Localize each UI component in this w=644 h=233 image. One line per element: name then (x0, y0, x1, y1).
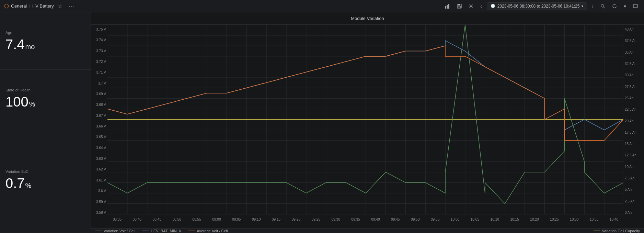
share-button[interactable]: ⋯ (67, 1, 76, 11)
svg-text:09:30: 09:30 (331, 218, 340, 221)
svg-text:09:40: 09:40 (371, 218, 380, 221)
legend-avg-volt-label: Average Volt / Cell (197, 229, 228, 233)
chart-title: Module Variation (91, 12, 644, 25)
breadcrumb-general[interactable]: General (11, 3, 27, 9)
breadcrumb-hvbattery[interactable]: HV Battery (32, 3, 54, 9)
svg-point-7 (601, 4, 604, 7)
time-range-text: 2023-05-06 08:30:08 to 2023-05-06 10:41:… (497, 4, 580, 9)
svg-text:09:35: 09:35 (351, 218, 360, 221)
svg-text:10:40: 10:40 (610, 218, 619, 221)
toolbar: ‹ 🕐 2023-05-06 08:30:08 to 2023-05-06 10… (442, 2, 640, 10)
variation-soc-panel: Variation SoC 0.7 % (0, 127, 91, 233)
svg-text:09:25: 09:25 (312, 218, 321, 221)
svg-text:09:00: 09:00 (212, 218, 221, 221)
svg-point-6 (470, 5, 472, 7)
soh-unit: % (29, 100, 35, 108)
chart-legend: Variation Volt / Cell HEV_BAT_MIN_V Aver… (91, 228, 644, 233)
soh-panel: State of Health 100 % (0, 70, 91, 127)
clock-icon: 🕐 (491, 4, 495, 8)
svg-text:10:20: 10:20 (530, 218, 539, 221)
svg-text:10:00: 10:00 (451, 218, 460, 221)
soh-value: 100 (5, 95, 28, 109)
tv-mode-button[interactable] (631, 2, 640, 10)
main-content: Age 7.4 mo State of Health 100 % Variati… (0, 12, 644, 233)
svg-rect-4 (458, 4, 460, 5)
svg-text:08:45: 08:45 (153, 218, 162, 221)
breadcrumb-area: ⬡ General / HV Battery ☆ ⋯ (4, 1, 76, 11)
y-axis-left: 3.75 V 3.74 V 3.73 V 3.72 V 3.71 V 3.7 V… (91, 25, 107, 228)
svg-rect-1 (447, 5, 448, 9)
chart-type-button[interactable] (442, 2, 452, 10)
app-logo: ⬡ (4, 3, 9, 9)
svg-text:08:50: 08:50 (172, 218, 181, 221)
settings-button[interactable] (467, 2, 475, 10)
legend-avg-volt-color (188, 231, 195, 231)
svg-text:10:25: 10:25 (550, 218, 559, 221)
svg-text:09:50: 09:50 (411, 218, 420, 221)
svg-text:09:10: 09:10 (252, 218, 261, 221)
svg-rect-0 (445, 6, 446, 9)
next-time-button[interactable]: › (590, 2, 596, 10)
chart-canvas[interactable]: 08:35 08:40 08:45 08:50 08:55 09:00 09:0… (107, 25, 623, 228)
svg-rect-2 (448, 4, 449, 9)
left-panels: Age 7.4 mo State of Health 100 % Variati… (0, 12, 91, 233)
age-panel: Age 7.4 mo (0, 12, 91, 70)
time-range-selector[interactable]: 🕐 2023-05-06 08:30:08 to 2023-05-06 10:4… (487, 2, 587, 10)
breadcrumb-sep: / (29, 3, 30, 9)
time-range-dropdown-icon: ▾ (582, 4, 583, 8)
age-value: 7.4 (5, 37, 25, 51)
svg-text:10:30: 10:30 (570, 218, 579, 221)
prev-time-button[interactable]: ‹ (478, 2, 484, 10)
svg-text:09:20: 09:20 (292, 218, 301, 221)
age-title: Age (5, 31, 85, 35)
chart-area: 3.75 V 3.74 V 3.73 V 3.72 V 3.71 V 3.7 V… (91, 25, 644, 228)
save-button[interactable] (455, 2, 464, 10)
svg-text:08:35: 08:35 (113, 218, 122, 221)
chart-svg: 08:35 08:40 08:45 08:50 08:55 09:00 09:0… (107, 25, 623, 228)
svg-line-8 (603, 7, 605, 8)
hev-bat-min-line (107, 41, 623, 130)
legend-variation-capacity-color (594, 231, 600, 231)
star-button[interactable]: ☆ (56, 2, 65, 10)
legend-hev-bat-color (142, 231, 149, 231)
legend-variation-volt: Variation Volt / Cell (95, 229, 135, 233)
soh-title: State of Health (5, 88, 85, 92)
age-unit: mo (25, 43, 35, 51)
svg-text:09:05: 09:05 (232, 218, 241, 221)
svg-text:09:55: 09:55 (431, 218, 440, 221)
svg-text:08:55: 08:55 (192, 218, 201, 221)
y-axis-right: 40 Ah 37.5 Ah 35 Ah 32.5 Ah 30 Ah 27.5 A… (623, 25, 644, 228)
svg-text:09:15: 09:15 (272, 218, 281, 221)
zoom-button[interactable] (598, 2, 607, 10)
legend-variation-capacity-label: Variation Cell Capacity (602, 229, 640, 233)
chart-panel: Module Variation 3.75 V 3.74 V 3.73 V 3.… (91, 12, 644, 233)
svg-text:09:45: 09:45 (391, 218, 400, 221)
legend-variation-volt-color (95, 231, 102, 231)
legend-avg-volt: Average Volt / Cell (188, 229, 228, 233)
legend-variation-volt-label: Variation Volt / Cell (104, 229, 135, 233)
svg-text:10:05: 10:05 (471, 218, 480, 221)
svg-rect-9 (633, 4, 637, 8)
variation-soc-value: 0.7 (5, 176, 25, 190)
legend-variation-capacity: Variation Cell Capacity (594, 229, 640, 233)
top-bar: ⬡ General / HV Battery ☆ ⋯ ‹ 🕐 2023-05-0… (0, 0, 644, 12)
svg-rect-5 (458, 6, 461, 8)
svg-text:08:40: 08:40 (133, 218, 142, 221)
svg-text:10:35: 10:35 (590, 218, 599, 221)
legend-hev-bat: HEV_BAT_MIN_V (142, 229, 181, 233)
avg-volt-line (107, 46, 623, 141)
refresh-dropdown-button[interactable]: ▾ (622, 2, 628, 10)
variation-soc-title: Variation SoC (5, 169, 85, 174)
variation-volt-line (107, 25, 623, 204)
svg-text:10:10: 10:10 (491, 218, 499, 221)
legend-hev-bat-label: HEV_BAT_MIN_V (151, 229, 181, 233)
variation-soc-unit: % (25, 182, 32, 190)
svg-text:10:15: 10:15 (510, 218, 519, 221)
refresh-button[interactable] (610, 2, 619, 10)
